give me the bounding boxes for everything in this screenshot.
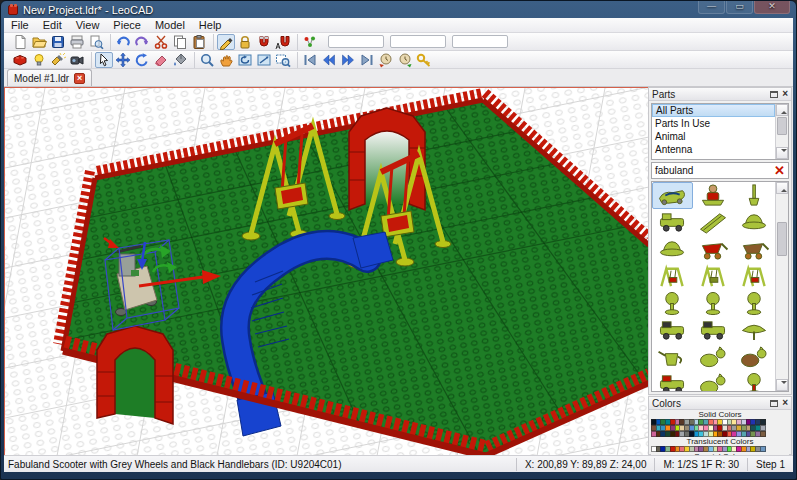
part-fabuland-squirrel[interactable]: [693, 344, 734, 371]
undo-button[interactable]: [114, 34, 132, 50]
maximize-button[interactable]: ▭: [726, 1, 753, 14]
insert-spotlight-button[interactable]: [49, 52, 67, 68]
scroll-down-icon[interactable]: [776, 379, 788, 391]
colors-panel-header[interactable]: Colors ×: [649, 397, 791, 410]
close-panel-icon[interactable]: ×: [782, 89, 788, 99]
redo-button[interactable]: [133, 34, 151, 50]
rotate-view-button[interactable]: [236, 52, 254, 68]
roll-button[interactable]: [255, 52, 273, 68]
scroll-up-icon[interactable]: [776, 104, 788, 116]
close-button[interactable]: ✕: [754, 1, 790, 14]
toolbar-combo-1[interactable]: [328, 35, 384, 48]
close-panel-icon[interactable]: ×: [782, 398, 788, 408]
part-fabuland-rider-figure[interactable]: [693, 182, 734, 209]
part-fabuland-slide[interactable]: [693, 209, 734, 236]
color-swatch[interactable]: [760, 446, 766, 452]
previous-keyframe-button[interactable]: [377, 52, 395, 68]
menu-help[interactable]: Help: [192, 19, 229, 31]
part-fabuland-cart[interactable]: [734, 236, 775, 263]
part-fabuland-tree-small[interactable]: [693, 290, 734, 317]
category-parts-in-use[interactable]: Parts In Use: [652, 117, 775, 130]
float-panel-icon[interactable]: [770, 91, 778, 98]
part-fabuland-street-sweeper[interactable]: [652, 317, 693, 344]
menu-model[interactable]: Model: [148, 19, 192, 31]
select-button[interactable]: [95, 52, 113, 68]
part-fabuland-merry-go-round[interactable]: [734, 371, 775, 392]
part-fabuland-shovel[interactable]: [734, 182, 775, 209]
pan-button[interactable]: [217, 52, 235, 68]
part-fabuland-truck[interactable]: [693, 317, 734, 344]
cut-button[interactable]: [152, 34, 170, 50]
category-all-parts[interactable]: All Parts: [652, 104, 775, 117]
category-list[interactable]: All PartsParts In UseAnimalAntenna: [651, 103, 789, 160]
part-fabuland-wheelbarrow[interactable]: [693, 236, 734, 263]
float-panel-icon[interactable]: [770, 400, 778, 407]
last-step-button[interactable]: [358, 52, 376, 68]
add-keys-button[interactable]: [415, 52, 433, 68]
tab-close-icon[interactable]: ×: [74, 73, 85, 84]
move-relative-button[interactable]: [217, 34, 235, 50]
parts-scrollbar[interactable]: [775, 182, 788, 391]
scroll-thumb[interactable]: [777, 117, 787, 135]
scroll-up-icon[interactable]: [776, 182, 788, 194]
snap-xy-button[interactable]: [255, 34, 273, 50]
part-fabuland-table[interactable]: [652, 290, 693, 317]
part-fabuland-swing-seat[interactable]: [652, 263, 693, 290]
paint-button[interactable]: [171, 52, 189, 68]
insert-camera-button[interactable]: [68, 52, 86, 68]
next-keyframe-button[interactable]: [396, 52, 414, 68]
snap-grid-button[interactable]: [236, 34, 254, 50]
title-bar[interactable]: New Project.ldr* - LeoCAD — ▭ ✕: [1, 1, 796, 18]
clear-search-icon[interactable]: ✕: [774, 164, 785, 177]
move-button[interactable]: [114, 52, 132, 68]
part-fabuland-hat[interactable]: [652, 236, 693, 263]
category-animal[interactable]: Animal: [652, 130, 775, 143]
paste-button[interactable]: [190, 34, 208, 50]
scroll-thumb[interactable]: [777, 222, 787, 256]
part-fabuland-scooter[interactable]: [652, 182, 693, 209]
menu-view[interactable]: View: [69, 19, 107, 31]
parts-panel-header[interactable]: Parts ×: [649, 88, 791, 101]
snap-angle-button[interactable]: [274, 34, 292, 50]
category-antenna[interactable]: Antenna: [652, 143, 775, 156]
minimize-button[interactable]: —: [698, 1, 725, 14]
zoom-button[interactable]: [198, 52, 216, 68]
print-button[interactable]: [68, 34, 86, 50]
print-preview-button[interactable]: [87, 34, 105, 50]
part-search-box[interactable]: fabuland ✕: [651, 162, 789, 179]
menu-piece[interactable]: Piece: [106, 19, 148, 31]
next-step-button[interactable]: [339, 52, 357, 68]
part-fabuland-umbrella[interactable]: [734, 317, 775, 344]
part-fabuland-animal[interactable]: [693, 371, 734, 392]
toolbar-combo-2[interactable]: [390, 35, 446, 48]
parts-grid[interactable]: [651, 181, 789, 392]
part-fabuland-tree-round[interactable]: [734, 290, 775, 317]
save-file-button[interactable]: [49, 34, 67, 50]
lock-axes-button[interactable]: [301, 34, 319, 50]
category-scrollbar[interactable]: [775, 104, 788, 159]
delete-button[interactable]: [152, 52, 170, 68]
part-fabuland-car[interactable]: [652, 371, 693, 392]
viewport-3d[interactable]: [4, 87, 650, 457]
part-fabuland-skateboard[interactable]: [652, 209, 693, 236]
zoom-region-button[interactable]: [274, 52, 292, 68]
first-step-button[interactable]: [301, 52, 319, 68]
open-file-button[interactable]: [30, 34, 48, 50]
tab-model-1[interactable]: Model #1.ldr ×: [7, 69, 92, 86]
insert-piece-button[interactable]: [11, 52, 29, 68]
rotate-button[interactable]: [133, 52, 151, 68]
part-fabuland-swing-frame[interactable]: [734, 263, 775, 290]
scroll-down-icon[interactable]: [776, 147, 788, 159]
insert-light-button[interactable]: [30, 52, 48, 68]
menu-file[interactable]: File: [4, 19, 36, 31]
copy-button[interactable]: [171, 34, 189, 50]
color-swatch[interactable]: [760, 431, 766, 437]
part-fabuland-cap[interactable]: [734, 209, 775, 236]
previous-step-button[interactable]: [320, 52, 338, 68]
new-file-button[interactable]: [11, 34, 29, 50]
arch-gate-front[interactable]: [97, 326, 173, 424]
menu-edit[interactable]: Edit: [36, 19, 69, 31]
part-fabuland-watering-can[interactable]: [652, 344, 693, 371]
part-fabuland-dog[interactable]: [734, 344, 775, 371]
toolbar-combo-3[interactable]: [452, 35, 508, 48]
